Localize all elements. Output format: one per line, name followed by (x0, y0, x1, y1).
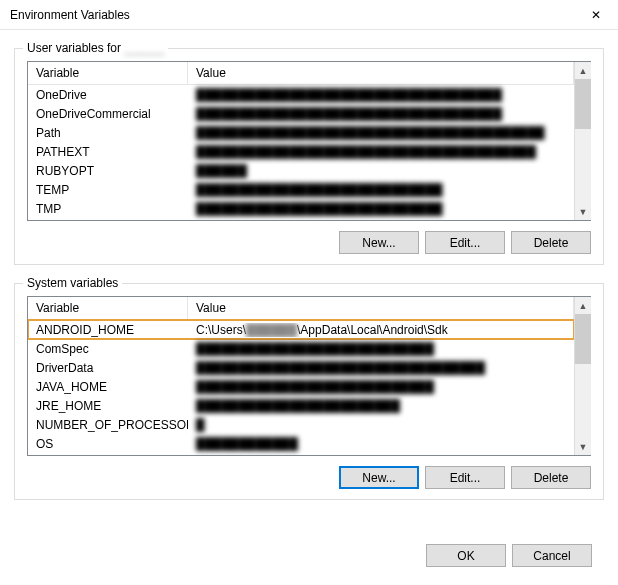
scroll-track[interactable] (575, 314, 591, 438)
scroll-track[interactable] (575, 79, 591, 203)
user-variables-group: User variables for ______ Variable Value… (14, 48, 604, 265)
table-row[interactable]: TMP█████████████████████████████ (28, 199, 574, 218)
user-variables-label: User variables for ______ (23, 41, 168, 55)
system-edit-button[interactable]: Edit... (425, 466, 505, 489)
cell-variable: Path (28, 126, 188, 140)
table-row[interactable]: JAVA_HOME████████████████████████████ (28, 377, 574, 396)
table-row[interactable]: RUBYOPT██████ (28, 161, 574, 180)
user-label-prefix: User variables for (27, 41, 124, 55)
scroll-down-icon[interactable]: ▼ (575, 438, 591, 455)
system-table-header: Variable Value (28, 297, 574, 320)
table-row[interactable]: Path████████████████████████████████████… (28, 123, 574, 142)
table-row[interactable]: TEMP█████████████████████████████ (28, 180, 574, 199)
user-delete-button[interactable]: Delete (511, 231, 591, 254)
cell-value: ████████████████████████████████████ (188, 107, 574, 121)
close-icon: ✕ (591, 8, 601, 22)
system-col-variable[interactable]: Variable (28, 297, 188, 319)
user-buttons: New... Edit... Delete (27, 231, 591, 254)
table-row[interactable]: DriverData██████████████████████████████… (28, 358, 574, 377)
dialog-footer: OK Cancel (0, 530, 618, 581)
table-row[interactable]: ANDROID_HOMEC:\Users\██████\AppData\Loca… (28, 320, 574, 339)
cell-variable: OS (28, 437, 188, 451)
table-row[interactable]: NUMBER_OF_PROCESSORS█ (28, 415, 574, 434)
cell-variable: PATHEXT (28, 145, 188, 159)
user-variables-table[interactable]: Variable Value OneDrive█████████████████… (27, 61, 591, 221)
cancel-button[interactable]: Cancel (512, 544, 592, 567)
cell-variable: RUBYOPT (28, 164, 188, 178)
system-buttons: New... Edit... Delete (27, 466, 591, 489)
cell-variable: ANDROID_HOME (28, 323, 188, 337)
cell-variable: JAVA_HOME (28, 380, 188, 394)
scroll-up-icon[interactable]: ▲ (575, 62, 591, 79)
cell-value: ████████████████████████████████████████ (188, 145, 574, 159)
table-row[interactable]: OS████████████ (28, 434, 574, 453)
scroll-thumb[interactable] (575, 79, 591, 129)
scroll-up-icon[interactable]: ▲ (575, 297, 591, 314)
system-variables-group: System variables Variable Value ANDROID_… (14, 283, 604, 500)
cell-variable: ComSpec (28, 342, 188, 356)
user-label-username: ______ (124, 41, 164, 55)
table-row[interactable]: OneDriveCommercial██████████████████████… (28, 104, 574, 123)
cell-value: ██████ (188, 164, 574, 178)
cell-value: C:\Users\██████\AppData\Local\Android\Sd… (188, 323, 574, 337)
user-scrollbar[interactable]: ▲ ▼ (574, 62, 591, 220)
cell-variable: OneDriveCommercial (28, 107, 188, 121)
cell-value: ████████████████████████████ (188, 380, 574, 394)
cell-value: █ (188, 418, 574, 432)
user-col-value[interactable]: Value (188, 62, 574, 84)
user-table-header: Variable Value (28, 62, 574, 85)
table-row[interactable]: JRE_HOME████████████████████████ (28, 396, 574, 415)
cell-value: ████████████████████████████████████████… (188, 126, 574, 140)
user-col-variable[interactable]: Variable (28, 62, 188, 84)
cell-variable: OneDrive (28, 88, 188, 102)
ok-button[interactable]: OK (426, 544, 506, 567)
cell-variable: JRE_HOME (28, 399, 188, 413)
system-col-value[interactable]: Value (188, 297, 574, 319)
scroll-thumb[interactable] (575, 314, 591, 364)
user-edit-button[interactable]: Edit... (425, 231, 505, 254)
cell-value: █████████████████████████████ (188, 202, 574, 216)
system-scrollbar[interactable]: ▲ ▼ (574, 297, 591, 455)
system-variables-label: System variables (23, 276, 122, 290)
window-title: Environment Variables (10, 8, 573, 22)
system-new-button[interactable]: New... (339, 466, 419, 489)
cell-variable: DriverData (28, 361, 188, 375)
user-new-button[interactable]: New... (339, 231, 419, 254)
cell-variable: TEMP (28, 183, 188, 197)
close-button[interactable]: ✕ (573, 0, 618, 30)
system-variables-table[interactable]: Variable Value ANDROID_HOMEC:\Users\████… (27, 296, 591, 456)
titlebar: Environment Variables ✕ (0, 0, 618, 30)
table-row[interactable]: OneDrive████████████████████████████████… (28, 85, 574, 104)
cell-variable: NUMBER_OF_PROCESSORS (28, 418, 188, 432)
cell-value: █████████████████████████████ (188, 183, 574, 197)
scroll-down-icon[interactable]: ▼ (575, 203, 591, 220)
cell-value: ████████████████████████ (188, 399, 574, 413)
system-delete-button[interactable]: Delete (511, 466, 591, 489)
cell-value: ████████████ (188, 437, 574, 451)
table-row[interactable]: ComSpec████████████████████████████ (28, 339, 574, 358)
cell-value: ████████████████████████████████████ (188, 88, 574, 102)
dialog-content: User variables for ______ Variable Value… (0, 30, 618, 530)
cell-value: ████████████████████████████ (188, 342, 574, 356)
table-row[interactable]: PATHEXT█████████████████████████████████… (28, 142, 574, 161)
cell-variable: TMP (28, 202, 188, 216)
cell-value: ██████████████████████████████████ (188, 361, 574, 375)
